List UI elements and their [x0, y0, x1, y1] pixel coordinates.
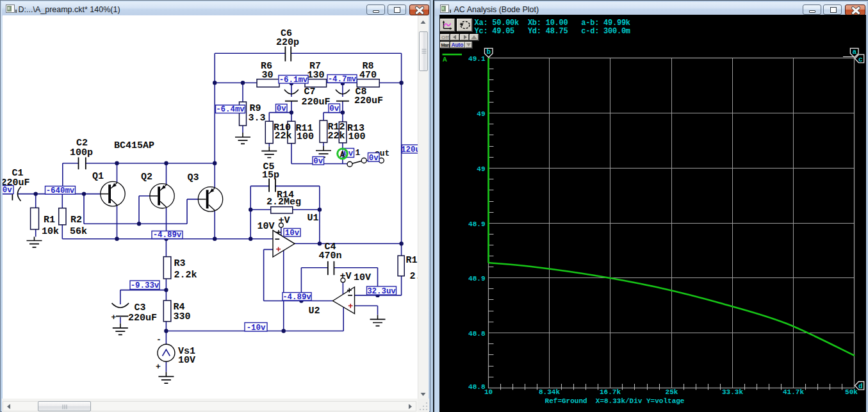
svg-text:49: 49	[477, 110, 485, 118]
svg-text:48.9: 48.9	[468, 275, 485, 283]
svg-text:50k: 50k	[845, 388, 858, 396]
svg-text:+V: +V	[279, 215, 290, 226]
svg-text:100p: 100p	[70, 147, 93, 158]
svg-text:49.1: 49.1	[468, 55, 486, 63]
svg-text:16.7k: 16.7k	[599, 388, 620, 396]
svg-text:Q3: Q3	[188, 172, 199, 183]
svg-text:48.8: 48.8	[468, 383, 486, 391]
svg-text:48.8: 48.8	[468, 330, 486, 338]
svg-text:10V: 10V	[258, 221, 275, 232]
svg-text:R3: R3	[174, 258, 186, 269]
svg-text:30: 30	[262, 70, 274, 81]
svg-text:C3: C3	[135, 302, 146, 313]
svg-text:25k: 25k	[665, 388, 678, 396]
svg-text:+: +	[156, 362, 161, 372]
svg-text:2.2: 2.2	[410, 271, 418, 282]
svg-text:BC415AP: BC415AP	[114, 140, 154, 151]
svg-text:15p: 15p	[262, 170, 279, 181]
svg-text:+: +	[111, 313, 117, 322]
svg-text:220uF: 220uF	[302, 97, 331, 108]
svg-text:22k: 22k	[275, 131, 292, 142]
svg-text:R1: R1	[44, 215, 55, 226]
svg-text:0v: 0v	[277, 104, 286, 113]
svg-text:49: 49	[477, 165, 485, 173]
svg-text:a: a	[852, 48, 856, 56]
svg-text:220uF: 220uF	[354, 95, 383, 106]
svg-text:22k: 22k	[328, 131, 345, 142]
svg-text:0v: 0v	[369, 154, 379, 163]
svg-text:-4.89v: -4.89v	[153, 231, 182, 240]
svg-text:0v: 0v	[3, 186, 12, 195]
svg-text:Q1: Q1	[92, 171, 104, 182]
svg-text:2.2k: 2.2k	[174, 270, 197, 281]
svg-text:Q2: Q2	[141, 172, 152, 183]
svg-text:-4.7mv: -4.7mv	[328, 75, 357, 84]
svg-text:33.3k: 33.3k	[721, 388, 742, 396]
svg-text:41.7k: 41.7k	[782, 388, 803, 396]
svg-text:56k: 56k	[70, 226, 87, 237]
svg-text:220uF: 220uF	[128, 313, 157, 324]
svg-text:-9.33v: -9.33v	[131, 281, 160, 290]
svg-text:-: -	[156, 335, 161, 345]
svg-text:b: b	[486, 48, 491, 56]
svg-text:c: c	[858, 56, 862, 63]
svg-text:-640mv: -640mv	[46, 186, 75, 195]
svg-text:10k: 10k	[42, 226, 59, 237]
svg-text:470: 470	[359, 70, 377, 81]
svg-text:R2: R2	[70, 215, 82, 226]
svg-text:3.3: 3.3	[249, 113, 266, 124]
svg-text:330: 330	[174, 311, 191, 322]
svg-text:8.34k: 8.34k	[538, 388, 559, 396]
svg-text:A: A	[443, 56, 447, 63]
svg-text:220p: 220p	[276, 37, 299, 48]
svg-text:Ref=Ground X=8.33k/Div Y=volt: Ref=Ground X=8.33k/Div Y=voltage	[545, 397, 684, 405]
svg-text:U2: U2	[309, 306, 320, 317]
svg-text:32.3uv: 32.3uv	[367, 287, 396, 296]
svg-text:C7: C7	[304, 87, 316, 97]
svg-text:10V: 10V	[178, 355, 195, 366]
svg-text:48.9: 48.9	[468, 220, 485, 228]
svg-text:10v: 10v	[285, 229, 300, 238]
svg-text:U1: U1	[307, 213, 319, 224]
svg-text:-4.89v: -4.89v	[283, 293, 311, 302]
svg-text:10V: 10V	[354, 272, 371, 283]
svg-text:2.2Meg: 2.2Meg	[266, 197, 301, 208]
svg-text:10: 10	[484, 388, 492, 396]
svg-text:+V: +V	[340, 271, 352, 282]
svg-text:470n: 470n	[319, 251, 342, 261]
svg-text:0v: 0v	[313, 157, 323, 166]
svg-text:100: 100	[297, 131, 314, 142]
svg-text:120u: 120u	[401, 145, 418, 154]
svg-text:d: d	[858, 383, 862, 390]
svg-text:100: 100	[348, 131, 366, 142]
svg-text:0v: 0v	[329, 104, 339, 113]
svg-text:1: 1	[356, 148, 361, 158]
svg-text:-6.1mv: -6.1mv	[279, 76, 308, 85]
svg-text:A: A	[340, 151, 345, 160]
svg-text:-6.4mv: -6.4mv	[216, 105, 245, 114]
svg-text:R15: R15	[406, 255, 418, 266]
svg-text:-10v: -10v	[247, 324, 266, 333]
svg-text:130: 130	[307, 70, 325, 81]
